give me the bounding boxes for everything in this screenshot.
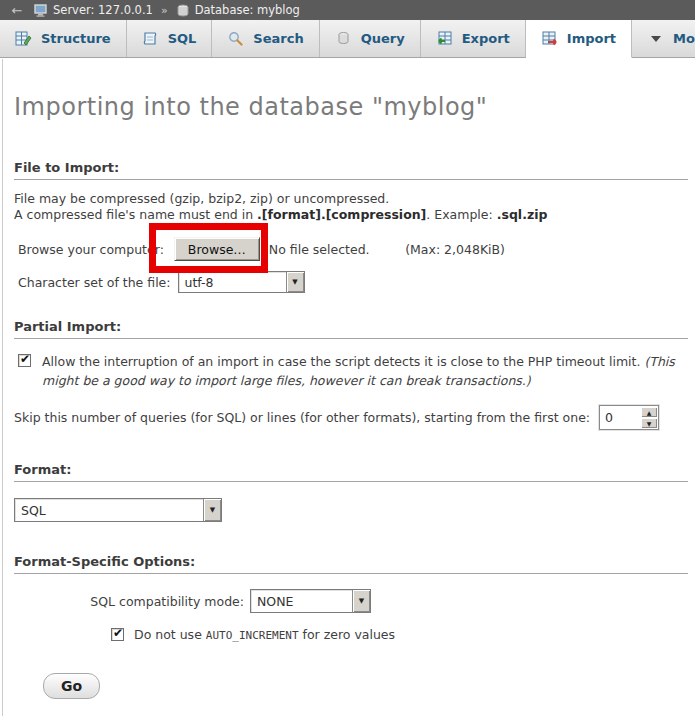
format-row: SQL ▼: [14, 498, 690, 522]
auto-increment-prefix: Do not use: [134, 627, 206, 642]
section-heading-file-to-import: File to Import:: [14, 160, 688, 180]
sql-compatibility-selected-value: NONE: [251, 590, 352, 612]
breadcrumb-bar: ← Server: 127.0.0.1 » Database: myblog: [0, 0, 695, 20]
tab-label: SQL: [168, 31, 197, 46]
section-heading-format: Format:: [14, 462, 688, 482]
format-select[interactable]: SQL ▼: [14, 498, 222, 522]
skip-queries-input[interactable]: [600, 406, 640, 429]
search-icon: [227, 31, 244, 46]
no-file-selected-text: No file selected.: [269, 242, 370, 257]
skip-queries-row: Skip this number of queries (for SQL) or…: [14, 405, 690, 430]
charset-row: Character set of the file: utf-8 ▼: [14, 271, 690, 293]
tab-bar: Structure SQL Search Query Export: [0, 20, 695, 58]
breadcrumb-server-label: Server: 127.0.0.1: [53, 3, 153, 17]
server-icon: [34, 4, 48, 17]
spinner-up-icon[interactable]: ▲: [641, 407, 657, 417]
database-icon: [176, 4, 190, 17]
sql-compatibility-select[interactable]: NONE ▼: [250, 589, 371, 613]
import-icon: [541, 31, 558, 46]
tab-structure[interactable]: Structure: [0, 20, 127, 57]
skip-queries-label: Skip this number of queries (for SQL) or…: [14, 410, 590, 425]
format-selected-value: SQL: [15, 499, 203, 521]
chevron-down-icon: [647, 31, 664, 46]
browse-label: Browse your computer:: [18, 242, 164, 257]
query-icon: [335, 31, 352, 46]
breadcrumb-separator: »: [159, 4, 170, 17]
tab-label: Query: [361, 31, 405, 46]
tab-query[interactable]: Query: [320, 20, 421, 57]
sql-compatibility-row: SQL compatibility mode: NONE ▼: [14, 589, 690, 613]
charset-selected-value: utf-8: [179, 272, 286, 292]
structure-icon: [15, 31, 32, 46]
sql-compatibility-label: SQL compatibility mode:: [14, 594, 244, 609]
dropdown-arrow-icon[interactable]: ▼: [286, 272, 304, 292]
spinner-buttons: ▲ ▼: [640, 406, 658, 429]
phpmyadmin-import-page: ← Server: 127.0.0.1 » Database: myblog S…: [0, 0, 695, 716]
skip-queries-spinner: ▲ ▼: [599, 405, 659, 430]
auto-increment-suffix: for zero values: [299, 627, 396, 642]
tab-label: Export: [462, 31, 510, 46]
charset-label: Character set of the file:: [18, 275, 171, 290]
tab-export[interactable]: Export: [421, 20, 526, 57]
compression-note-line2: A compressed file's name must end in: [14, 207, 257, 222]
section-heading-partial-import: Partial Import:: [14, 319, 688, 339]
charset-select[interactable]: utf-8 ▼: [178, 271, 305, 293]
allow-interruption-text: Allow the interruption of an import in c…: [42, 352, 688, 390]
spinner-down-icon[interactable]: ▼: [641, 418, 657, 428]
tab-label: Import: [567, 31, 616, 46]
sql-icon: [142, 31, 159, 46]
tab-label: Search: [253, 31, 303, 46]
export-icon: [436, 31, 453, 46]
allow-interruption-main-text: Allow the interruption of an import in c…: [42, 354, 644, 369]
allow-interruption-checkbox[interactable]: [18, 354, 31, 367]
auto-increment-code: AUTO_INCREMENT: [206, 629, 299, 642]
browse-button[interactable]: Browse…: [174, 237, 260, 261]
dropdown-arrow-icon[interactable]: ▼: [352, 590, 370, 612]
format-compression-token: .[format].[compression]: [257, 207, 426, 222]
tab-search[interactable]: Search: [212, 20, 319, 57]
auto-increment-text: Do not use AUTO_INCREMENT for zero value…: [134, 627, 395, 642]
breadcrumb-database-label: Database: myblog: [195, 3, 300, 17]
tab-more[interactable]: More: [632, 20, 695, 57]
breadcrumb-database[interactable]: Database: myblog: [176, 3, 300, 17]
dropdown-arrow-icon[interactable]: ▼: [203, 499, 221, 521]
breadcrumb-server[interactable]: Server: 127.0.0.1: [34, 3, 153, 17]
section-heading-format-specific: Format-Specific Options:: [14, 554, 688, 574]
main-content: Importing into the database "myblog" Fil…: [0, 93, 695, 699]
tab-label: Structure: [41, 31, 111, 46]
tab-sql[interactable]: SQL: [127, 20, 213, 57]
auto-increment-checkbox[interactable]: [111, 628, 124, 641]
back-arrow-icon[interactable]: ←: [6, 3, 28, 18]
file-upload-row: Browse your computer: Browse… No file se…: [14, 236, 690, 262]
go-button[interactable]: Go: [43, 673, 100, 699]
tab-label: More: [673, 31, 695, 46]
tab-import[interactable]: Import: [526, 20, 632, 58]
compression-note-line1: File may be compressed (gzip, bzip2, zip…: [14, 191, 389, 206]
example-token: .sql.zip: [497, 207, 548, 222]
page-title: Importing into the database "myblog": [14, 93, 690, 121]
max-size-note: (Max: 2,048KiB): [405, 242, 505, 257]
compression-note: File may be compressed (gzip, bzip2, zip…: [14, 191, 690, 223]
example-label: . Example:: [426, 207, 496, 222]
allow-interruption-row: Allow the interruption of an import in c…: [14, 352, 690, 390]
auto-increment-row: Do not use AUTO_INCREMENT for zero value…: [14, 627, 690, 642]
